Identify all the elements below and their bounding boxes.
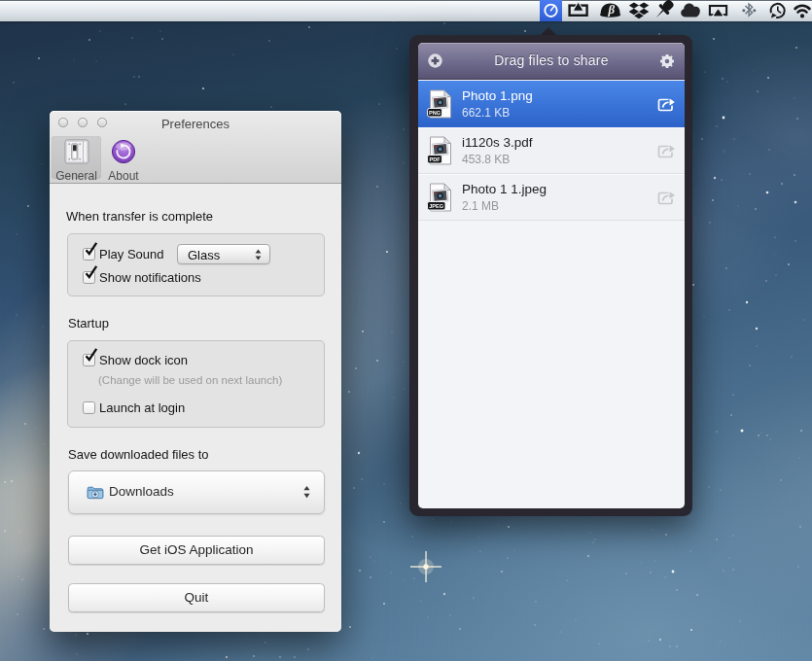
svg-text:PNG: PNG	[429, 110, 441, 116]
svg-text:β: β	[607, 2, 615, 17]
svg-text:PDF: PDF	[429, 157, 441, 162]
svg-text:JPEG: JPEG	[429, 203, 443, 209]
